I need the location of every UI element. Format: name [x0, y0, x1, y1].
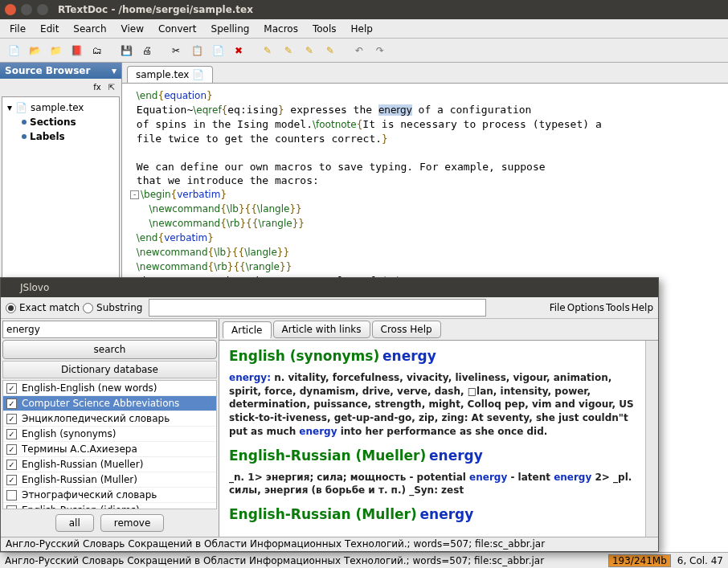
window-title: RTextDoc - /home/sergei/sample.tex	[58, 4, 253, 15]
reopen-icon[interactable]: 📁	[47, 42, 64, 59]
checkbox-icon[interactable]: ✓	[6, 398, 17, 409]
dict-item-label: Этнографический словарь	[22, 489, 157, 501]
menu-search[interactable]: Search	[67, 21, 112, 37]
dialog-title-bar[interactable]: JSlovo	[1, 278, 658, 297]
dlg-menu-tools[interactable]: Tools	[606, 302, 630, 313]
source-browser-title: Source Browser	[5, 65, 90, 76]
checkbox-icon[interactable]: ✓	[6, 414, 17, 424]
dict-item-7[interactable]: Этнографический словарь	[3, 488, 216, 503]
search-button[interactable]: search	[2, 340, 217, 359]
checkbox-icon[interactable]: ✓	[6, 383, 17, 394]
cut-icon[interactable]: ✂	[167, 42, 185, 59]
tree-sections[interactable]: Sections	[18, 115, 117, 129]
checkbox-icon[interactable]: ✓	[6, 460, 17, 470]
tab-article[interactable]: Article	[223, 321, 272, 339]
bullet-icon	[22, 134, 27, 139]
menu-file[interactable]: File	[3, 21, 32, 37]
tab-article-links[interactable]: Article with links	[273, 321, 370, 338]
tree-fn-icon[interactable]: fx	[91, 80, 104, 93]
checkbox-icon[interactable]: ✓	[6, 444, 17, 455]
menu-convert[interactable]: Convert	[152, 21, 202, 37]
redo-icon[interactable]: ↷	[371, 42, 389, 59]
dialog-option-row: Exact match Substring File Options Tools…	[1, 297, 658, 319]
dict-item-label: Computer Science Abbreviations	[22, 398, 179, 409]
article-scrollbar[interactable]	[645, 341, 658, 537]
window-close-icon[interactable]	[5, 4, 16, 15]
fold-icon[interactable]: -	[130, 190, 139, 199]
checkbox-icon[interactable]: ✓	[6, 429, 17, 439]
radio-substring[interactable]	[83, 303, 93, 313]
editor-tabs: sample.tex 📄	[122, 63, 728, 84]
editor-tab-sample[interactable]: sample.tex 📄	[127, 66, 213, 83]
undo-icon[interactable]: ↶	[350, 42, 368, 59]
dict-item-6[interactable]: ✓English-Russian (Muller)	[3, 472, 216, 488]
wand2-icon[interactable]: ✎	[280, 42, 297, 59]
panel-minimize-icon[interactable]: ▾	[112, 65, 117, 76]
close-file-icon[interactable]: 📕	[67, 42, 85, 59]
delete-icon[interactable]: ✖	[230, 42, 247, 59]
menu-view[interactable]: View	[115, 21, 150, 37]
dlg-menu-file[interactable]: File	[550, 302, 566, 313]
dict-item-3[interactable]: ✓English (synonyms)	[3, 427, 216, 442]
label-exact-match: Exact match	[19, 302, 80, 313]
dict-item-label: Энциклопедический словарь	[22, 413, 170, 424]
wand4-icon[interactable]: ✎	[321, 42, 339, 59]
search-input[interactable]	[2, 321, 217, 338]
dict-item-label: English-English (new words)	[22, 382, 157, 394]
open-file-icon[interactable]: 📂	[26, 42, 43, 59]
dialog-right-panel: Article Article with links Cross Help En…	[219, 319, 658, 537]
dialog-status-text: Англо-Русский Словарь Сокращений в Облас…	[6, 538, 545, 550]
dialog-title: JSlovo	[20, 282, 49, 293]
article-body-2a: _n. 1> энергия; сила; мощность - potenti…	[229, 472, 469, 483]
dict-item-1[interactable]: ✓Computer Science Abbreviations	[3, 396, 216, 411]
tab-cross-help[interactable]: Cross Help	[372, 321, 441, 338]
tree-labels[interactable]: Labels	[18, 129, 117, 144]
tree-collapse-icon[interactable]: ⇱	[105, 80, 118, 93]
tree-expand-icon[interactable]: ▾	[7, 102, 12, 113]
top-search-input[interactable]	[149, 299, 486, 317]
dict-item-label: English-Russian (Mueller)	[22, 459, 143, 470]
main-menu-bar: File Edit Search View Convert Spelling M…	[0, 19, 728, 39]
wand1-icon[interactable]: ✎	[259, 42, 276, 59]
dict-item-5[interactable]: ✓English-Russian (Mueller)	[3, 457, 216, 472]
all-button[interactable]: all	[55, 514, 94, 532]
checkbox-icon[interactable]: ✓	[6, 475, 17, 485]
dict-item-4[interactable]: ✓Термины А.С.Ахиезера	[3, 442, 216, 457]
dict-item-0[interactable]: ✓English-English (new words)	[3, 381, 216, 396]
menu-edit[interactable]: Edit	[34, 21, 65, 37]
dictionary-list[interactable]: ✓English-English (new words)✓Computer Sc…	[2, 380, 217, 509]
article-view[interactable]: English (synonyms) energy energy: n. vit…	[219, 341, 645, 537]
article-term-2: energy	[429, 447, 483, 464]
wand3-icon[interactable]: ✎	[301, 42, 318, 59]
menu-help[interactable]: Help	[345, 21, 379, 37]
highlighted-word: energy	[378, 104, 412, 116]
print-icon[interactable]: 🖨	[138, 42, 156, 59]
dlg-menu-help[interactable]: Help	[632, 302, 653, 313]
window-maximize-icon[interactable]	[37, 4, 48, 15]
dict-item-2[interactable]: ✓Энциклопедический словарь	[3, 411, 216, 427]
document-icon: 📄	[15, 102, 27, 113]
dict-item-8[interactable]: English-Russian (idioms)	[3, 503, 216, 509]
window-minimize-icon[interactable]	[21, 4, 32, 15]
tree-root-label: sample.tex	[31, 102, 84, 113]
radio-exact-match[interactable]	[6, 303, 16, 313]
cursor-position: 6, Col. 47	[677, 555, 723, 566]
remove-button[interactable]: remove	[100, 514, 165, 532]
save-icon[interactable]: 💾	[117, 42, 135, 59]
menu-spelling[interactable]: Spelling	[205, 21, 256, 37]
menu-macros[interactable]: Macros	[257, 21, 305, 37]
dlg-menu-options[interactable]: Options	[567, 302, 604, 313]
copy-icon[interactable]: 📋	[188, 42, 206, 59]
dict-item-label: English-Russian (idioms)	[22, 505, 140, 509]
article-body-2b: - latent	[507, 472, 554, 483]
menu-tools[interactable]: Tools	[306, 21, 343, 37]
checkbox-icon[interactable]	[6, 490, 17, 501]
open-folder-icon[interactable]: 🗂	[88, 42, 106, 59]
article-tabs: Article Article with links Cross Help	[219, 319, 658, 341]
paste-icon[interactable]: 📄	[209, 42, 227, 59]
article-tail-1: into her performance as she once did.	[337, 426, 548, 437]
new-file-icon[interactable]: 📄	[5, 42, 22, 59]
memory-indicator: 193/241Mb	[608, 554, 671, 567]
tree-root[interactable]: ▾ 📄 sample.tex	[4, 100, 117, 115]
checkbox-icon[interactable]	[6, 505, 17, 510]
